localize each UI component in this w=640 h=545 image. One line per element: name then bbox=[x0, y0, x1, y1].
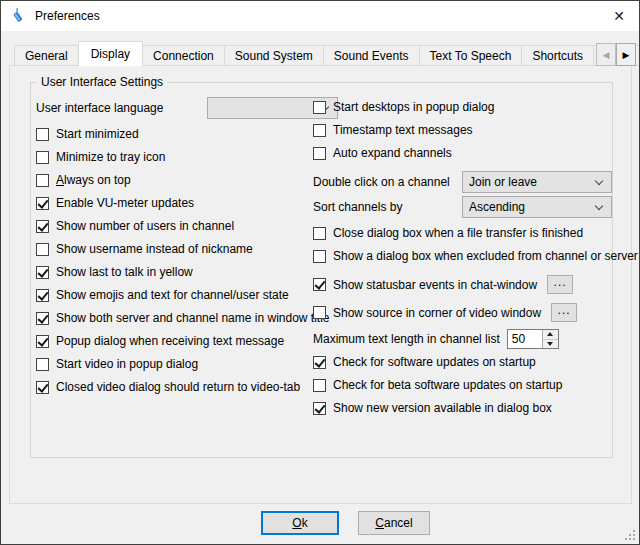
checkbox-box bbox=[313, 101, 326, 114]
sort-channels-label: Sort channels by bbox=[313, 200, 402, 214]
spinner-arrows bbox=[542, 330, 558, 348]
double-click-combobox[interactable]: Join or leave bbox=[462, 171, 612, 193]
max-text-length-spinner[interactable]: 50 bbox=[507, 329, 559, 349]
checkbox-show-user-count[interactable]: Show number of users in channel bbox=[36, 219, 310, 233]
sort-channels-combobox[interactable]: Ascending bbox=[462, 196, 612, 218]
checkbox-last-to-talk[interactable]: Show last to talk in yellow bbox=[36, 265, 310, 279]
spinner-up-icon[interactable] bbox=[543, 330, 558, 340]
checkbox-new-version-dialog[interactable]: Show new version available in dialog box bbox=[313, 401, 612, 415]
checkbox-close-file-transfer[interactable]: Close dialog box when a file transfer is… bbox=[313, 226, 612, 240]
max-text-length-label: Maximum text length in channel list bbox=[313, 332, 500, 346]
checkbox-box bbox=[36, 358, 49, 371]
checkbox-box bbox=[313, 124, 326, 137]
chevron-down-icon bbox=[595, 177, 603, 185]
resize-grip-icon[interactable] bbox=[625, 530, 635, 540]
checkbox-box bbox=[313, 402, 326, 415]
checkbox-popup-text-message[interactable]: Popup dialog when receiving text message bbox=[36, 334, 310, 348]
display-tab-page: User Interface Settings User interface l… bbox=[9, 65, 632, 504]
tab-sound-system[interactable]: Sound System bbox=[224, 45, 324, 66]
checkbox-desktops-popup[interactable]: Start desktops in popup dialog bbox=[313, 100, 612, 114]
tab-bar: General Display Connection Sound System … bbox=[9, 41, 637, 66]
checkbox-software-updates[interactable]: Check for software updates on startup bbox=[313, 355, 612, 369]
checkbox-box bbox=[36, 128, 49, 141]
right-column: Start desktops in popup dialog Timestamp… bbox=[313, 100, 612, 424]
checkbox-always-on-top[interactable]: Always on top bbox=[36, 173, 310, 187]
cancel-button[interactable]: Cancel bbox=[358, 511, 430, 535]
user-interface-settings-group: User Interface Settings User interface l… bbox=[30, 82, 613, 458]
ok-button[interactable]: Ok bbox=[261, 511, 339, 535]
chevron-down-icon bbox=[595, 202, 603, 210]
checkbox-box bbox=[36, 266, 49, 279]
checkbox-box bbox=[36, 174, 49, 187]
title-bar: Preferences ✕ bbox=[1, 1, 639, 31]
double-click-value: Join or leave bbox=[469, 175, 537, 189]
checkbox-box bbox=[36, 381, 49, 394]
checkbox-box bbox=[313, 227, 326, 240]
checkbox-box bbox=[313, 250, 326, 263]
checkbox-auto-expand[interactable]: Auto expand channels bbox=[313, 146, 612, 160]
checkbox-excluded-dialog[interactable]: Show a dialog box when excluded from cha… bbox=[313, 249, 612, 263]
language-row: User interface language bbox=[36, 97, 310, 119]
checkbox-box[interactable] bbox=[313, 306, 326, 319]
preferences-dialog: Preferences ✕ General Display Connection… bbox=[0, 0, 640, 545]
checkbox-show-username[interactable]: Show username instead of nickname bbox=[36, 242, 310, 256]
close-icon[interactable]: ✕ bbox=[607, 5, 631, 27]
checkbox-box bbox=[36, 220, 49, 233]
checkbox-video-popup[interactable]: Start video in popup dialog bbox=[36, 357, 310, 371]
language-label: User interface language bbox=[36, 101, 163, 115]
checkbox-box bbox=[36, 243, 49, 256]
max-text-length-value: 50 bbox=[508, 330, 542, 348]
checkbox-vu-meter[interactable]: Enable VU-meter updates bbox=[36, 196, 310, 210]
checkbox-box bbox=[313, 147, 326, 160]
checkbox-box bbox=[36, 197, 49, 210]
tab-scroll-right-icon[interactable]: ▶ bbox=[616, 43, 636, 66]
checkbox-box[interactable] bbox=[313, 278, 326, 291]
statusbar-events-row: Show statusbar events in chat-window ... bbox=[313, 275, 612, 294]
double-click-label: Double click on a channel bbox=[313, 175, 450, 189]
left-column: User interface language Start minimized … bbox=[36, 97, 310, 403]
checkbox-box bbox=[36, 289, 49, 302]
checkbox-timestamp[interactable]: Timestamp text messages bbox=[313, 123, 612, 137]
tab-text-to-speech[interactable]: Text To Speech bbox=[419, 45, 523, 66]
checkbox-box bbox=[313, 356, 326, 369]
tab-sound-events[interactable]: Sound Events bbox=[323, 45, 420, 66]
statusbar-events-more-button[interactable]: ... bbox=[547, 275, 573, 294]
checkbox-box bbox=[36, 151, 49, 164]
spinner-down-icon[interactable] bbox=[543, 340, 558, 349]
double-click-row: Double click on a channel Join or leave bbox=[313, 171, 612, 193]
checkbox-start-minimized[interactable]: Start minimized bbox=[36, 127, 310, 141]
tab-scroll-left-icon[interactable]: ◀ bbox=[596, 43, 616, 66]
checkbox-beta-updates[interactable]: Check for beta software updates on start… bbox=[313, 378, 612, 392]
checkbox-box bbox=[313, 379, 326, 392]
checkbox-server-channel-title[interactable]: Show both server and channel name in win… bbox=[36, 311, 310, 325]
checkbox-minimize-to-tray[interactable]: Minimize to tray icon bbox=[36, 150, 310, 164]
group-title: User Interface Settings bbox=[37, 75, 167, 89]
checkbox-box bbox=[36, 312, 49, 325]
tab-general[interactable]: General bbox=[14, 45, 79, 66]
tab-scroll-buttons: ◀ ▶ bbox=[596, 43, 636, 66]
sort-channels-row: Sort channels by Ascending bbox=[313, 196, 612, 218]
max-text-length-row: Maximum text length in channel list 50 bbox=[313, 329, 612, 349]
checkbox-emojis[interactable]: Show emojis and text for channel/user st… bbox=[36, 288, 310, 302]
tab-connection[interactable]: Connection bbox=[142, 45, 225, 66]
sort-channels-value: Ascending bbox=[469, 200, 525, 214]
app-icon bbox=[10, 8, 26, 24]
tab-display[interactable]: Display bbox=[78, 41, 143, 66]
checkbox-closed-video-return[interactable]: Closed video dialog should return to vid… bbox=[36, 380, 310, 394]
tab-shortcuts[interactable]: Shortcuts bbox=[521, 45, 594, 66]
video-source-row: Show source in corner of video window ..… bbox=[313, 303, 612, 322]
video-source-more-button[interactable]: ... bbox=[551, 303, 577, 322]
checkbox-box bbox=[36, 335, 49, 348]
window-title: Preferences bbox=[35, 9, 100, 23]
